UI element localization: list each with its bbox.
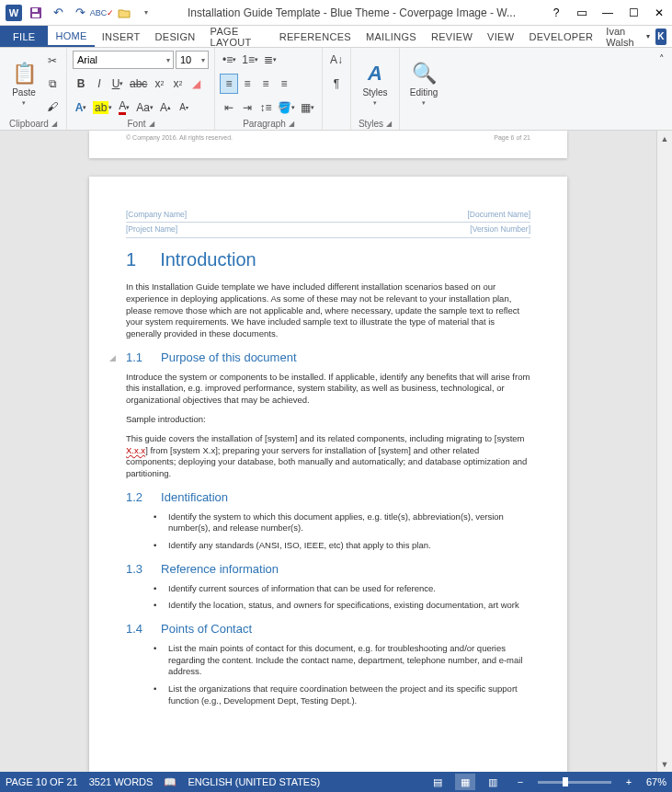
scroll-up-button[interactable]: ▲: [657, 131, 672, 146]
highlight-button[interactable]: ab▾: [91, 98, 114, 117]
status-language[interactable]: ENGLISH (UNITED STATES): [188, 776, 320, 787]
collapse-triangle-icon[interactable]: ◢: [109, 352, 116, 363]
text-effects-button[interactable]: A▾: [73, 98, 89, 117]
close-button[interactable]: ✕: [646, 3, 672, 23]
sort-button[interactable]: A↓: [328, 51, 345, 69]
tab-references[interactable]: REFERENCES: [272, 26, 359, 47]
align-left-button[interactable]: ≡: [221, 75, 237, 93]
bold-button[interactable]: B: [73, 75, 89, 93]
tab-mailings[interactable]: MAILINGS: [359, 26, 424, 47]
show-marks-button[interactable]: ¶: [328, 75, 345, 93]
editing-button[interactable]: 🔍 Editing ▾: [405, 50, 442, 118]
superscript-button[interactable]: x2: [169, 75, 186, 93]
tab-design[interactable]: DESIGN: [148, 26, 203, 47]
view-web-button[interactable]: ▥: [483, 774, 503, 790]
format-painter-button[interactable]: 🖌: [44, 98, 61, 116]
spellcheck-button[interactable]: ABC✓: [92, 3, 112, 23]
status-bar: PAGE 10 OF 21 3521 WORDS 📖 ENGLISH (UNIT…: [0, 772, 672, 792]
tab-insert[interactable]: INSERT: [95, 26, 148, 47]
s4-bullets: List the main points of contact for this…: [126, 643, 530, 707]
paragraph-launcher[interactable]: ◢: [289, 120, 294, 128]
view-print-button[interactable]: ▦: [455, 774, 475, 790]
open-button[interactable]: [114, 3, 134, 23]
brush-icon: 🖌: [47, 100, 58, 113]
status-page[interactable]: PAGE 10 OF 21: [6, 776, 78, 787]
shrink-font-button[interactable]: A▾: [176, 98, 192, 117]
redo-button[interactable]: ↷: [70, 3, 90, 23]
zoom-out-button[interactable]: −: [510, 774, 530, 790]
justify-button[interactable]: ≡: [276, 75, 292, 93]
status-proofing-icon[interactable]: 📖: [164, 776, 177, 788]
status-words[interactable]: 3521 WORDS: [89, 776, 154, 787]
tab-file[interactable]: FILE: [0, 26, 48, 47]
minimize-button[interactable]: —: [595, 3, 621, 23]
borders-button[interactable]: ▦▾: [299, 98, 316, 117]
undo-button[interactable]: ↶: [48, 3, 68, 23]
font-color-button[interactable]: A▾: [116, 98, 132, 117]
header-docname: [Document Name]: [468, 210, 531, 220]
styles-launcher[interactable]: ◢: [386, 120, 392, 128]
tab-review[interactable]: REVIEW: [424, 26, 480, 47]
tab-home[interactable]: HOME: [48, 26, 94, 47]
align-center-button[interactable]: ≡: [239, 75, 256, 93]
cut-button[interactable]: ✂: [44, 52, 61, 70]
change-case-button[interactable]: Aa▾: [134, 98, 155, 117]
scroll-down-button[interactable]: ▼: [657, 756, 672, 772]
italic-button[interactable]: I: [91, 75, 108, 93]
clipboard-launcher[interactable]: ◢: [51, 120, 57, 128]
qat-customize-button[interactable]: ▾: [136, 3, 156, 23]
increase-indent-button[interactable]: ⇥: [239, 98, 256, 117]
line-spacing-button[interactable]: ↕≡: [257, 98, 274, 117]
indent-icon: ⇥: [243, 101, 252, 114]
zoom-in-button[interactable]: +: [619, 774, 639, 790]
align-right-button[interactable]: ≡: [257, 75, 274, 93]
save-button[interactable]: [26, 3, 46, 23]
zoom-level[interactable]: 67%: [646, 776, 666, 787]
bullets-button[interactable]: •≡▾: [221, 51, 238, 69]
ribbon: 📋 Paste ▾ ✂ ⧉ 🖌 Clipboard◢ Arial▾ 10▾ B …: [0, 48, 672, 131]
copy-icon: ⧉: [49, 77, 57, 90]
heading-1-4: 1.4Points of Contact: [126, 621, 530, 637]
decrease-indent-button[interactable]: ⇤: [221, 98, 237, 117]
spelling-error: X.x.x: [126, 445, 145, 455]
view-read-button[interactable]: ▤: [427, 774, 448, 790]
user-account[interactable]: Ivan Walsh ▾ K: [600, 26, 672, 47]
font-launcher[interactable]: ◢: [149, 120, 154, 128]
paste-button[interactable]: 📋 Paste ▾: [6, 50, 42, 118]
strikethrough-button[interactable]: abc: [128, 75, 149, 93]
group-editing: 🔍 Editing ▾: [400, 48, 448, 130]
document-area: © Company 2016. All rights reserved. Pag…: [0, 131, 672, 772]
subscript-button[interactable]: x2: [151, 75, 167, 93]
footer-page-number: Page 6 of 21: [494, 134, 530, 141]
clear-format-button[interactable]: ◢: [188, 75, 204, 93]
tab-page-layout[interactable]: PAGE LAYOUT: [203, 26, 272, 47]
styles-icon: A: [368, 62, 382, 86]
tab-view[interactable]: VIEW: [480, 26, 521, 47]
tab-developer[interactable]: DEVELOPER: [521, 26, 600, 47]
justify-icon: ≡: [280, 77, 287, 90]
vertical-scrollbar[interactable]: ▲ ▼: [656, 131, 672, 772]
s1-p2: Sample introduction:: [126, 414, 530, 426]
grow-font-button[interactable]: A▴: [157, 98, 174, 117]
document-page[interactable]: [Company Name] [Document Name] [Project …: [89, 177, 567, 772]
styles-button[interactable]: A Styles ▾: [357, 50, 393, 118]
ribbon-tabs: FILE HOME INSERT DESIGN PAGE LAYOUT REFE…: [0, 26, 672, 48]
word-app-icon[interactable]: W: [4, 3, 24, 23]
list-item: Identify any standards (ANSI, ISO, IEEE,…: [154, 540, 530, 552]
collapse-ribbon-button[interactable]: ˄: [654, 50, 670, 68]
title-bar: W ↶ ↷ ABC✓ ▾ Installation Guide Template…: [0, 0, 672, 26]
maximize-button[interactable]: ☐: [621, 3, 646, 23]
help-button[interactable]: ?: [543, 3, 569, 23]
zoom-slider[interactable]: [538, 781, 611, 784]
underline-button[interactable]: U▾: [109, 75, 126, 93]
font-size-select[interactable]: 10▾: [176, 51, 209, 69]
ribbon-options-button[interactable]: ▭: [569, 3, 595, 23]
copy-button[interactable]: ⧉: [44, 75, 61, 93]
shading-button[interactable]: 🪣▾: [276, 98, 297, 117]
styles-label: Styles: [362, 87, 387, 98]
multilevel-button[interactable]: ≣▾: [262, 51, 279, 69]
header-company: [Company Name]: [126, 210, 187, 220]
font-name-select[interactable]: Arial▾: [73, 51, 174, 69]
zoom-thumb[interactable]: [563, 777, 568, 786]
numbering-button[interactable]: 1≡▾: [240, 51, 260, 69]
